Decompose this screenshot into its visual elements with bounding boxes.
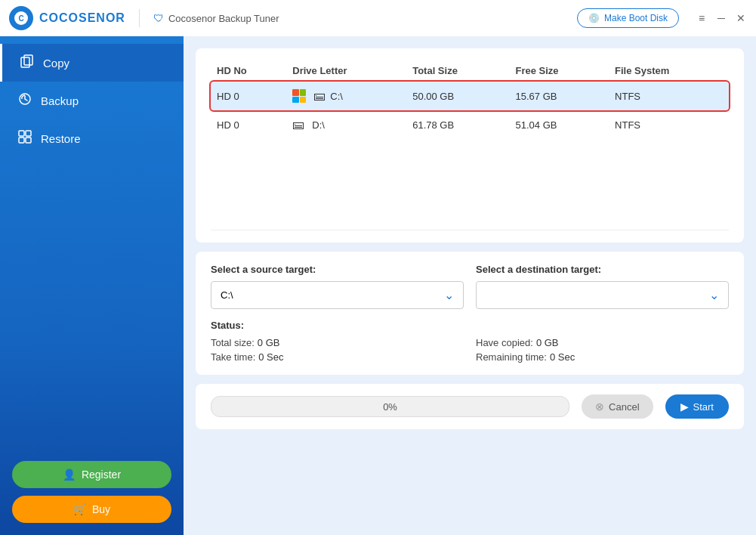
sidebar-restore-label: Restore [41,132,81,145]
make-boot-disk-button[interactable]: 💿 Make Boot Disk [577,8,679,28]
take-time-row: Take time: 0 Sec [211,351,464,363]
progress-text: 0% [383,401,397,413]
hd-no-d: HD 0 [211,110,286,139]
sidebar-item-backup[interactable]: Backup [0,82,184,119]
disc-icon: 💿 [588,13,600,23]
app-name: 🛡 Cocosenor Backup Tuner [153,12,279,24]
progress-bar-container: 0% [211,396,569,417]
drive-table: HD No Drive Letter Total Size Free Size … [211,60,729,139]
have-copied-row: Have copied: 0 GB [476,337,729,348]
source-value: C:\ [221,289,233,301]
copy-icon [20,54,34,71]
dest-chevron-icon: ⌄ [709,288,719,302]
fs-d: NTFS [609,110,729,139]
col-drive-letter: Drive Letter [286,60,406,82]
progress-panel: 0% ⊗ Cancel ▶ Start [196,384,744,429]
svg-rect-5 [19,131,24,136]
source-group: Select a source target: C:\ ⌄ [211,264,464,309]
svg-rect-7 [19,138,24,143]
sidebar-action-buttons: 👤 Register 🛒 Buy [0,449,184,535]
table-row[interactable]: HD 0 🖴 D:\ 61.78 GB 51.04 GB NTFS [211,110,729,139]
free-d: 51.04 GB [509,110,609,139]
restore-icon [18,130,32,147]
table-row[interactable]: HD 0 🖴 [211,82,729,111]
start-button[interactable]: ▶ Start [665,394,729,419]
sidebar-copy-label: Copy [43,57,69,70]
app-logo: C COCOSENOR [9,6,125,30]
play-icon: ▶ [680,400,689,413]
svg-rect-3 [24,55,32,65]
source-dropdown[interactable]: C:\ ⌄ [211,281,464,309]
dest-group: Select a destination target: ⌄ [476,264,729,309]
dest-label: Select a destination target: [476,264,729,275]
remaining-label: Remaining time: [476,351,547,363]
total-size-value: 0 GB [258,337,280,348]
have-copied-label: Have copied: [476,337,533,348]
svg-rect-2 [21,57,29,67]
source-chevron-icon: ⌄ [444,288,454,302]
sidebar-item-copy[interactable]: Copy [0,44,184,82]
titlebar-divider [139,9,140,27]
disk-icon-d: 🖴 [292,118,304,131]
status-title: Status: [211,320,729,331]
sidebar-item-restore[interactable]: Restore [0,119,184,157]
register-button[interactable]: 👤 Register [12,461,171,488]
free-c: 15.67 GB [509,82,609,111]
disk-icon-c: 🖴 [313,89,326,103]
sidebar-backup-label: Backup [41,94,79,107]
cancel-icon: ⊗ [595,400,604,413]
take-time-label: Take time: [211,351,255,363]
col-total-size: Total Size [406,60,509,82]
shield-icon: 🛡 [153,12,164,24]
content-area: HD No Drive Letter Total Size Free Size … [184,36,756,535]
main-layout: Copy Backup Restore [0,36,756,535]
col-hd-no: HD No [211,60,286,82]
source-label: Select a source target: [211,264,464,275]
menu-button[interactable]: ≡ [696,12,708,24]
have-copied-value: 0 GB [536,337,559,348]
take-time-value: 0 Sec [258,351,283,363]
hd-no-c: HD 0 [211,82,286,111]
total-size-label: Total size: [211,337,255,348]
logo-icon: C [9,6,33,30]
sidebar: Copy Backup Restore [0,36,184,535]
titlebar: C COCOSENOR 🛡 Cocosenor Backup Tuner 💿 M… [0,0,756,36]
svg-rect-6 [26,131,31,136]
total-size-row: Total size: 0 GB [211,337,464,348]
window-controls: ≡ ─ ✕ [696,12,747,24]
dest-dropdown[interactable]: ⌄ [476,281,729,309]
remaining-value: 0 Sec [550,351,575,363]
svg-rect-8 [26,138,31,143]
status-grid: Total size: 0 GB Have copied: 0 GB Take … [211,337,729,363]
close-button[interactable]: ✕ [735,12,747,24]
remaining-time-row: Remaining time: 0 Sec [476,351,729,363]
selection-status-panel: Select a source target: C:\ ⌄ Select a d… [196,252,744,375]
logo-text: COCOSENOR [39,11,125,25]
backup-icon [18,92,32,109]
minimize-button[interactable]: ─ [715,12,727,24]
buy-button[interactable]: 🛒 Buy [12,496,171,523]
col-file-system: File System [609,60,729,82]
cart-icon: 🛒 [73,503,86,515]
fs-c: NTFS [609,82,729,111]
col-free-size: Free Size [509,60,609,82]
register-icon: 👤 [63,469,76,481]
status-section: Status: Total size: 0 GB Have copied: 0 … [211,320,729,363]
cancel-button[interactable]: ⊗ Cancel [582,394,653,419]
svg-text:C: C [18,14,23,23]
drive-table-panel: HD No Drive Letter Total Size Free Size … [196,48,744,243]
total-c: 50.00 GB [406,82,509,111]
total-d: 61.78 GB [406,110,509,139]
drive-letter-c: 🖴 C:\ [286,82,406,111]
drive-letter-d: 🖴 D:\ [286,110,406,139]
selection-dropdowns: Select a source target: C:\ ⌄ Select a d… [211,264,729,309]
app-name-text: Cocosenor Backup Tuner [168,13,279,24]
